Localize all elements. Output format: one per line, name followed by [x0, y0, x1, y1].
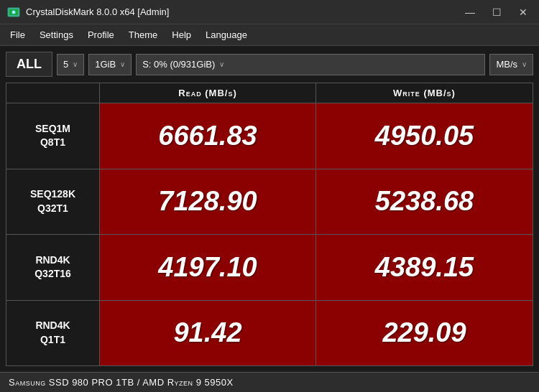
title-bar-controls: — ☐ ✕ — [461, 6, 532, 19]
unit-select[interactable]: MB/s ∨ — [489, 54, 533, 75]
write-value-0: 4950.05 — [316, 103, 533, 169]
count-arrow: ∨ — [73, 60, 78, 68]
footer-text: Samsung SSD 980 PRO 1TB / AMD Ryzen 9 59… — [9, 377, 234, 388]
read-value-2: 4197.10 — [100, 235, 316, 300]
row-label-3: RND4KQ1T1 — [6, 301, 100, 366]
size-select[interactable]: 1GiB ∨ — [88, 54, 132, 75]
svg-point-3 — [13, 11, 14, 13]
label-header — [6, 83, 100, 103]
write-value-3: 229.09 — [316, 301, 533, 366]
table-body: SEQ1MQ8T16661.834950.05SEQ128KQ32T17128.… — [6, 103, 533, 365]
table-row: RND4KQ32T164197.104389.15 — [6, 235, 533, 301]
main-content: ALL 5 ∨ 1GiB ∨ S: 0% (0/931GiB) ∨ MB/s ∨… — [0, 46, 539, 372]
unit-arrow: ∨ — [522, 60, 527, 68]
row-label-0: SEQ1MQ8T1 — [6, 103, 100, 169]
size-arrow: ∨ — [120, 60, 125, 68]
size-value: 1GiB — [95, 59, 116, 70]
menu-item-file[interactable]: File — [3, 27, 32, 42]
table-row: SEQ128KQ32T17128.905238.68 — [6, 169, 533, 235]
unit-value: MB/s — [496, 59, 517, 70]
app-icon — [7, 6, 20, 19]
count-select[interactable]: 5 ∨ — [57, 54, 84, 75]
menu-item-language[interactable]: Language — [198, 27, 254, 42]
drive-select[interactable]: S: 0% (0/931GiB) ∨ — [136, 54, 485, 75]
menu-item-settings[interactable]: Settings — [32, 27, 80, 42]
write-value-1: 5238.68 — [316, 169, 533, 235]
table-row: SEQ1MQ8T16661.834950.05 — [6, 103, 533, 169]
all-label: ALL — [6, 52, 52, 77]
count-value: 5 — [63, 59, 68, 70]
table-header: Read (MB/s) Write (MB/s) — [6, 83, 533, 103]
footer: Samsung SSD 980 PRO 1TB / AMD Ryzen 9 59… — [0, 372, 539, 392]
drive-arrow: ∨ — [219, 60, 224, 68]
write-value-2: 4389.15 — [316, 235, 533, 300]
menu-item-profile[interactable]: Profile — [80, 27, 121, 42]
menu-item-theme[interactable]: Theme — [121, 27, 165, 42]
drive-value: S: 0% (0/931GiB) — [142, 59, 215, 70]
menu-bar: FileSettingsProfileThemeHelpLanguage — [0, 24, 539, 46]
read-value-3: 91.42 — [100, 301, 316, 366]
row-label-2: RND4KQ32T16 — [6, 235, 100, 300]
write-header: Write (MB/s) — [316, 83, 533, 103]
close-button[interactable]: ✕ — [515, 6, 532, 19]
read-value-0: 6661.83 — [100, 103, 316, 169]
restore-button[interactable]: ☐ — [488, 6, 506, 19]
read-header: Read (MB/s) — [100, 83, 316, 103]
title-bar-left: CrystalDiskMark 8.0.0 x64 [Admin] — [7, 6, 169, 19]
read-value-1: 7128.90 — [100, 169, 316, 235]
data-table: Read (MB/s) Write (MB/s) SEQ1MQ8T16661.8… — [6, 83, 533, 366]
menu-item-help[interactable]: Help — [165, 27, 198, 42]
title-bar: CrystalDiskMark 8.0.0 x64 [Admin] — ☐ ✕ — [0, 0, 539, 24]
controls-row: ALL 5 ∨ 1GiB ∨ S: 0% (0/931GiB) ∨ MB/s ∨ — [6, 52, 533, 77]
minimize-button[interactable]: — — [461, 6, 479, 19]
window-title: CrystalDiskMark 8.0.0 x64 [Admin] — [26, 6, 169, 17]
table-row: RND4KQ1T191.42229.09 — [6, 301, 533, 366]
row-label-1: SEQ128KQ32T1 — [6, 169, 100, 235]
